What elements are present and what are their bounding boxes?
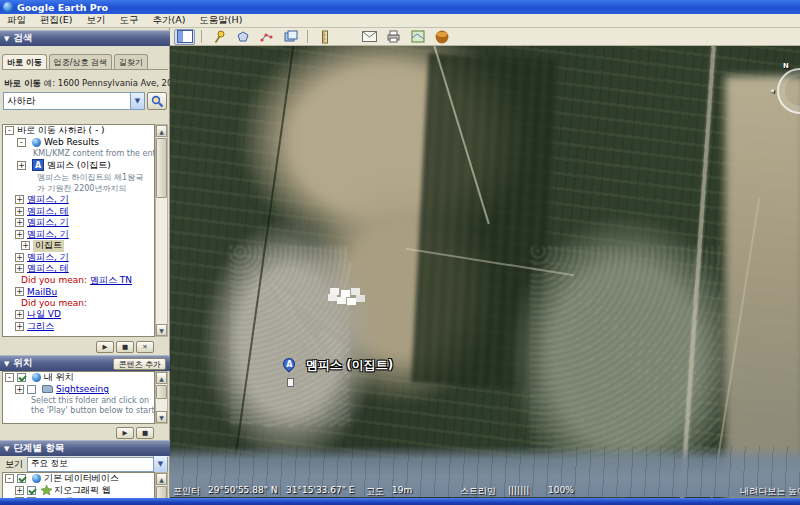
collapse-node-icon[interactable]: -	[17, 138, 26, 147]
clear-results-button[interactable]: ✕	[136, 341, 154, 353]
scroll-up-icon[interactable]: ▲	[156, 125, 167, 137]
menu-help[interactable]: 도움말(H)	[192, 14, 249, 27]
add-path-button[interactable]	[256, 29, 277, 45]
add-image-overlay-button[interactable]	[280, 29, 301, 45]
result-link[interactable]: 멤피스, 기	[27, 229, 69, 241]
expand-node-icon[interactable]: +	[15, 207, 24, 216]
tab-directions[interactable]: 길찾기	[114, 54, 148, 69]
menu-edit[interactable]: 편집(E)	[33, 14, 79, 27]
satellite-map-view[interactable]: N ◂ A 멤피스 (이집트) 포인터 29°50'55.88" N 31°15…	[170, 46, 800, 505]
menu-add[interactable]: 추가(A)	[145, 14, 192, 27]
result-item[interactable]: + 그리스	[3, 321, 154, 333]
result-link[interactable]: 멤피스, 기	[27, 194, 69, 206]
expand-node-icon[interactable]: +	[15, 310, 24, 319]
expand-node-icon[interactable]: +	[21, 241, 30, 250]
play-places-tour-button[interactable]: ▶	[116, 427, 134, 439]
did-you-mean-link[interactable]: 멤피스 TN	[90, 275, 132, 287]
layers-view-select[interactable]: 주요 정보 ▼	[27, 457, 168, 472]
sightseeing-link[interactable]: Sightseeing	[56, 384, 109, 394]
result-link[interactable]: 멤피스, 테	[27, 206, 69, 218]
collapse-node-icon[interactable]: -	[5, 126, 14, 135]
result-link[interactable]: 멤피스, 기	[27, 252, 69, 264]
result-item[interactable]: + 멤피스, 기	[3, 229, 154, 241]
expand-node-icon[interactable]: +	[15, 218, 24, 227]
menu-tools[interactable]: 도구	[112, 14, 145, 27]
result-item[interactable]: + 멤피스, 기	[3, 194, 154, 206]
title-bar[interactable]: Google Earth Pro	[0, 0, 800, 14]
result-item[interactable]: + 멤피스, 테	[3, 263, 154, 275]
result-link[interactable]: MailBu	[27, 287, 57, 297]
primary-database-node[interactable]: - 기본 데이터베이스	[3, 473, 154, 485]
collapse-node-icon[interactable]: -	[5, 373, 14, 382]
view-in-google-maps-button[interactable]	[407, 29, 428, 45]
memphis-placemark-label[interactable]: 멤피스 (이집트)	[306, 357, 393, 374]
my-places-checkbox[interactable]	[17, 373, 26, 382]
result-item[interactable]: + 멤피스, 기	[3, 217, 154, 229]
expand-node-icon[interactable]: +	[17, 161, 26, 170]
add-placemark-button[interactable]	[208, 29, 229, 45]
collapse-panel-icon[interactable]: ▼	[4, 445, 9, 453]
result-link[interactable]: 나일 VD	[27, 309, 61, 321]
add-polygon-button[interactable]	[232, 29, 253, 45]
sightseeing-node[interactable]: + Sightseeing	[3, 384, 154, 396]
add-content-button[interactable]: 콘텐츠 추가	[113, 358, 166, 370]
expand-node-icon[interactable]: +	[15, 486, 24, 495]
my-places-node[interactable]: - 내 위치	[3, 372, 154, 384]
scroll-up-icon[interactable]: ▲	[156, 372, 167, 384]
menu-file[interactable]: 파일	[0, 14, 33, 27]
geographic-web-checkbox[interactable]	[27, 486, 36, 495]
sidebar-toggle-button[interactable]	[174, 29, 195, 45]
expand-node-icon[interactable]: +	[15, 287, 24, 296]
stop-places-tour-button[interactable]: ■	[136, 427, 154, 439]
scroll-thumb[interactable]	[156, 138, 167, 198]
ruler-button[interactable]	[314, 29, 335, 45]
places-scrollbar[interactable]: ▲ ▼	[155, 371, 168, 424]
search-button[interactable]	[147, 92, 167, 110]
stop-tour-button[interactable]: ■	[116, 341, 134, 353]
result-link[interactable]: 멤피스, 테	[27, 263, 69, 275]
placemark-doc-icon[interactable]	[287, 378, 294, 387]
sightseeing-checkbox[interactable]	[27, 385, 36, 394]
result-item-selected[interactable]: + 이집트	[3, 240, 154, 252]
scroll-up-icon[interactable]: ▲	[156, 473, 167, 485]
result-item[interactable]: + 멤피스, 기	[3, 252, 154, 264]
result-link[interactable]: 그리스	[27, 321, 54, 333]
scroll-thumb[interactable]	[156, 385, 167, 399]
search-history-dropdown-icon[interactable]: ▼	[130, 93, 144, 109]
primary-database-checkbox[interactable]	[17, 474, 26, 483]
view-dropdown-icon[interactable]: ▼	[153, 456, 167, 472]
collapse-panel-icon[interactable]: ▼	[4, 360, 9, 368]
search-input[interactable]: 사하라 ▼	[3, 92, 145, 110]
collapse-panel-icon[interactable]: ▼	[4, 35, 9, 43]
result-item[interactable]: + MailBu	[3, 286, 154, 298]
expand-node-icon[interactable]: +	[15, 230, 24, 239]
expand-node-icon[interactable]: +	[15, 253, 24, 262]
search-panel-header[interactable]: ▼ 검색	[0, 30, 170, 46]
email-button[interactable]	[359, 29, 380, 45]
tab-find-businesses[interactable]: 업종/상호 검색	[49, 54, 112, 69]
compass-west-arrow-icon[interactable]: ◂	[770, 86, 774, 95]
collapse-node-icon[interactable]: -	[5, 474, 14, 483]
expand-node-icon[interactable]: +	[15, 322, 24, 331]
result-link[interactable]: 이집트	[33, 240, 64, 252]
web-results-node[interactable]: - Web Results	[3, 137, 154, 149]
result-item[interactable]: + 멤피스, 테	[3, 206, 154, 218]
result-item[interactable]: + 나일 VD	[3, 309, 154, 321]
places-panel-header[interactable]: ▼ 위치 콘텐츠 추가	[0, 355, 170, 371]
print-button[interactable]	[383, 29, 404, 45]
selected-result-row[interactable]: + A 멤피스 (이집트)	[3, 158, 154, 172]
menu-view[interactable]: 보기	[79, 14, 112, 27]
scroll-down-icon[interactable]: ▼	[156, 324, 167, 336]
geographic-web-node[interactable]: + 지오그래픽 웹	[3, 485, 154, 497]
layers-panel-header[interactable]: ▼ 단계별 항목	[0, 440, 170, 456]
expand-node-icon[interactable]: +	[15, 385, 24, 394]
tab-fly-to[interactable]: 바로 이동	[2, 54, 47, 69]
result-link[interactable]: 멤피스, 기	[27, 217, 69, 229]
earth-view-button[interactable]	[431, 29, 452, 45]
scroll-down-icon[interactable]: ▼	[156, 411, 167, 423]
results-scrollbar[interactable]: ▲ ▼	[155, 124, 168, 337]
expand-node-icon[interactable]: +	[15, 264, 24, 273]
play-tour-button[interactable]: ▶	[96, 341, 114, 353]
results-root-node[interactable]: - 바로 이동 사하라 ( - )	[3, 125, 154, 137]
expand-node-icon[interactable]: +	[15, 195, 24, 204]
